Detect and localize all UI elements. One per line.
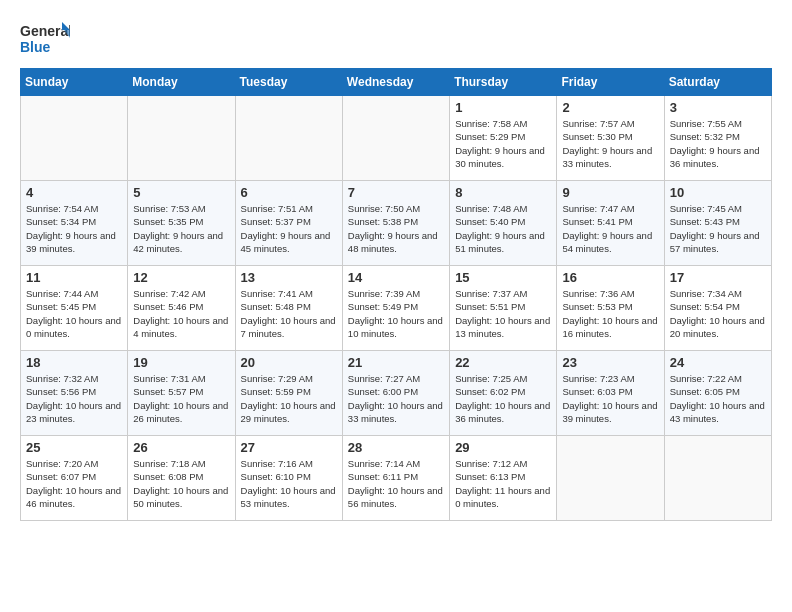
cell-info: Sunrise: 7:41 AMSunset: 5:48 PMDaylight:…: [241, 287, 337, 340]
calendar-cell: 7Sunrise: 7:50 AMSunset: 5:38 PMDaylight…: [342, 181, 449, 266]
svg-text:Blue: Blue: [20, 39, 51, 55]
cell-info: Sunrise: 7:45 AMSunset: 5:43 PMDaylight:…: [670, 202, 766, 255]
calendar-cell: 11Sunrise: 7:44 AMSunset: 5:45 PMDayligh…: [21, 266, 128, 351]
weekday-header: Monday: [128, 69, 235, 96]
day-number: 27: [241, 440, 337, 455]
day-number: 11: [26, 270, 122, 285]
calendar-cell: [664, 436, 771, 521]
day-number: 5: [133, 185, 229, 200]
calendar-cell: [21, 96, 128, 181]
calendar-cell: 25Sunrise: 7:20 AMSunset: 6:07 PMDayligh…: [21, 436, 128, 521]
calendar-cell: 1Sunrise: 7:58 AMSunset: 5:29 PMDaylight…: [450, 96, 557, 181]
calendar-cell: 20Sunrise: 7:29 AMSunset: 5:59 PMDayligh…: [235, 351, 342, 436]
calendar-week-row: 18Sunrise: 7:32 AMSunset: 5:56 PMDayligh…: [21, 351, 772, 436]
logo: General Blue: [20, 20, 70, 58]
cell-info: Sunrise: 7:57 AMSunset: 5:30 PMDaylight:…: [562, 117, 658, 170]
day-number: 4: [26, 185, 122, 200]
cell-info: Sunrise: 7:27 AMSunset: 6:00 PMDaylight:…: [348, 372, 444, 425]
cell-info: Sunrise: 7:29 AMSunset: 5:59 PMDaylight:…: [241, 372, 337, 425]
cell-info: Sunrise: 7:47 AMSunset: 5:41 PMDaylight:…: [562, 202, 658, 255]
calendar-cell: 14Sunrise: 7:39 AMSunset: 5:49 PMDayligh…: [342, 266, 449, 351]
weekday-header: Tuesday: [235, 69, 342, 96]
weekday-header: Wednesday: [342, 69, 449, 96]
calendar-cell: 22Sunrise: 7:25 AMSunset: 6:02 PMDayligh…: [450, 351, 557, 436]
calendar-cell: 13Sunrise: 7:41 AMSunset: 5:48 PMDayligh…: [235, 266, 342, 351]
calendar-cell: 3Sunrise: 7:55 AMSunset: 5:32 PMDaylight…: [664, 96, 771, 181]
weekday-header: Friday: [557, 69, 664, 96]
cell-info: Sunrise: 7:22 AMSunset: 6:05 PMDaylight:…: [670, 372, 766, 425]
calendar-cell: 4Sunrise: 7:54 AMSunset: 5:34 PMDaylight…: [21, 181, 128, 266]
cell-info: Sunrise: 7:55 AMSunset: 5:32 PMDaylight:…: [670, 117, 766, 170]
calendar-week-row: 4Sunrise: 7:54 AMSunset: 5:34 PMDaylight…: [21, 181, 772, 266]
calendar-cell: 17Sunrise: 7:34 AMSunset: 5:54 PMDayligh…: [664, 266, 771, 351]
calendar-cell: 16Sunrise: 7:36 AMSunset: 5:53 PMDayligh…: [557, 266, 664, 351]
calendar-table: SundayMondayTuesdayWednesdayThursdayFrid…: [20, 68, 772, 521]
weekday-header: Sunday: [21, 69, 128, 96]
cell-info: Sunrise: 7:23 AMSunset: 6:03 PMDaylight:…: [562, 372, 658, 425]
cell-info: Sunrise: 7:14 AMSunset: 6:11 PMDaylight:…: [348, 457, 444, 510]
cell-info: Sunrise: 7:18 AMSunset: 6:08 PMDaylight:…: [133, 457, 229, 510]
cell-info: Sunrise: 7:54 AMSunset: 5:34 PMDaylight:…: [26, 202, 122, 255]
calendar-cell: 5Sunrise: 7:53 AMSunset: 5:35 PMDaylight…: [128, 181, 235, 266]
day-number: 29: [455, 440, 551, 455]
cell-info: Sunrise: 7:16 AMSunset: 6:10 PMDaylight:…: [241, 457, 337, 510]
cell-info: Sunrise: 7:25 AMSunset: 6:02 PMDaylight:…: [455, 372, 551, 425]
calendar-cell: [235, 96, 342, 181]
day-number: 25: [26, 440, 122, 455]
calendar-cell: 8Sunrise: 7:48 AMSunset: 5:40 PMDaylight…: [450, 181, 557, 266]
calendar-cell: 10Sunrise: 7:45 AMSunset: 5:43 PMDayligh…: [664, 181, 771, 266]
day-number: 18: [26, 355, 122, 370]
calendar-cell: 19Sunrise: 7:31 AMSunset: 5:57 PMDayligh…: [128, 351, 235, 436]
day-number: 17: [670, 270, 766, 285]
day-number: 6: [241, 185, 337, 200]
calendar-cell: 26Sunrise: 7:18 AMSunset: 6:08 PMDayligh…: [128, 436, 235, 521]
logo-svg: General Blue: [20, 20, 70, 58]
calendar-cell: [557, 436, 664, 521]
weekday-header: Thursday: [450, 69, 557, 96]
calendar-cell: 27Sunrise: 7:16 AMSunset: 6:10 PMDayligh…: [235, 436, 342, 521]
cell-info: Sunrise: 7:12 AMSunset: 6:13 PMDaylight:…: [455, 457, 551, 510]
day-number: 3: [670, 100, 766, 115]
day-number: 7: [348, 185, 444, 200]
calendar-week-row: 1Sunrise: 7:58 AMSunset: 5:29 PMDaylight…: [21, 96, 772, 181]
day-number: 24: [670, 355, 766, 370]
day-number: 26: [133, 440, 229, 455]
cell-info: Sunrise: 7:31 AMSunset: 5:57 PMDaylight:…: [133, 372, 229, 425]
cell-info: Sunrise: 7:48 AMSunset: 5:40 PMDaylight:…: [455, 202, 551, 255]
calendar-cell: 9Sunrise: 7:47 AMSunset: 5:41 PMDaylight…: [557, 181, 664, 266]
day-number: 12: [133, 270, 229, 285]
day-number: 2: [562, 100, 658, 115]
day-number: 19: [133, 355, 229, 370]
calendar-cell: 28Sunrise: 7:14 AMSunset: 6:11 PMDayligh…: [342, 436, 449, 521]
calendar-cell: [128, 96, 235, 181]
day-number: 15: [455, 270, 551, 285]
day-number: 23: [562, 355, 658, 370]
calendar-cell: 6Sunrise: 7:51 AMSunset: 5:37 PMDaylight…: [235, 181, 342, 266]
day-number: 10: [670, 185, 766, 200]
calendar-cell: 12Sunrise: 7:42 AMSunset: 5:46 PMDayligh…: [128, 266, 235, 351]
cell-info: Sunrise: 7:39 AMSunset: 5:49 PMDaylight:…: [348, 287, 444, 340]
calendar-cell: 18Sunrise: 7:32 AMSunset: 5:56 PMDayligh…: [21, 351, 128, 436]
weekday-header-row: SundayMondayTuesdayWednesdayThursdayFrid…: [21, 69, 772, 96]
cell-info: Sunrise: 7:36 AMSunset: 5:53 PMDaylight:…: [562, 287, 658, 340]
cell-info: Sunrise: 7:20 AMSunset: 6:07 PMDaylight:…: [26, 457, 122, 510]
cell-info: Sunrise: 7:42 AMSunset: 5:46 PMDaylight:…: [133, 287, 229, 340]
cell-info: Sunrise: 7:53 AMSunset: 5:35 PMDaylight:…: [133, 202, 229, 255]
weekday-header: Saturday: [664, 69, 771, 96]
calendar-week-row: 11Sunrise: 7:44 AMSunset: 5:45 PMDayligh…: [21, 266, 772, 351]
cell-info: Sunrise: 7:50 AMSunset: 5:38 PMDaylight:…: [348, 202, 444, 255]
cell-info: Sunrise: 7:51 AMSunset: 5:37 PMDaylight:…: [241, 202, 337, 255]
calendar-cell: 23Sunrise: 7:23 AMSunset: 6:03 PMDayligh…: [557, 351, 664, 436]
calendar-cell: 2Sunrise: 7:57 AMSunset: 5:30 PMDaylight…: [557, 96, 664, 181]
cell-info: Sunrise: 7:34 AMSunset: 5:54 PMDaylight:…: [670, 287, 766, 340]
day-number: 9: [562, 185, 658, 200]
day-number: 8: [455, 185, 551, 200]
page-header: General Blue: [20, 20, 772, 58]
calendar-cell: 29Sunrise: 7:12 AMSunset: 6:13 PMDayligh…: [450, 436, 557, 521]
day-number: 16: [562, 270, 658, 285]
cell-info: Sunrise: 7:32 AMSunset: 5:56 PMDaylight:…: [26, 372, 122, 425]
day-number: 1: [455, 100, 551, 115]
day-number: 14: [348, 270, 444, 285]
day-number: 21: [348, 355, 444, 370]
calendar-cell: 15Sunrise: 7:37 AMSunset: 5:51 PMDayligh…: [450, 266, 557, 351]
